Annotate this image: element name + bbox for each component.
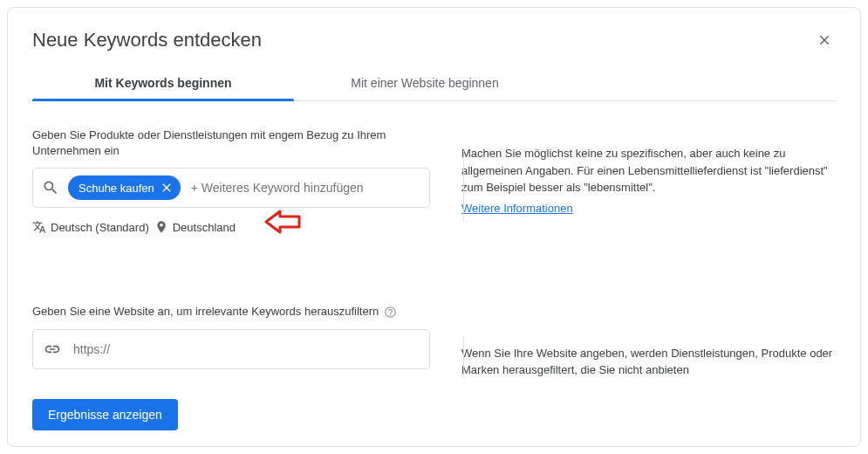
vertical-divider	[463, 336, 464, 378]
tip2-text: Wenn Sie Ihre Website angeben, werden Di…	[461, 345, 836, 379]
tab-keywords[interactable]: Mit Keywords beginnen	[32, 67, 294, 100]
location-icon	[154, 220, 168, 234]
link-icon	[44, 340, 61, 358]
header-row: Neue Keywords entdecken	[32, 29, 836, 67]
language-selector[interactable]: Deutsch (Standard)	[32, 220, 149, 234]
keyword-chip[interactable]: Schuhe kaufen	[68, 175, 181, 200]
vertical-divider	[463, 150, 464, 222]
keywords-input-box[interactable]: Schuhe kaufen	[32, 168, 430, 208]
close-icon	[817, 32, 832, 48]
tabs: Mit Keywords beginnen Mit einer Website …	[32, 67, 836, 101]
tab-website[interactable]: Mit einer Website beginnen	[294, 67, 556, 100]
tip-block-2: Wenn Sie Ihre Website angeben, werden Di…	[461, 345, 836, 379]
main-layout: Geben Sie Produkte oder Dienstleistungen…	[32, 127, 836, 379]
left-column: Geben Sie Produkte oder Dienstleistungen…	[32, 127, 430, 379]
translate-icon	[32, 220, 46, 234]
location-value: Deutschland	[173, 221, 236, 234]
close-button[interactable]	[813, 29, 836, 54]
dialog-card: Neue Keywords entdecken Mit Keywords beg…	[7, 7, 861, 447]
locale-row: Deutsch (Standard) Deutschland	[32, 220, 430, 234]
chip-remove-icon[interactable]	[160, 181, 174, 195]
language-value: Deutsch (Standard)	[51, 221, 149, 234]
website-input-box[interactable]	[32, 329, 430, 369]
page-title: Neue Keywords entdecken	[32, 29, 262, 52]
more-info-link[interactable]: Weitere Informationen	[461, 202, 573, 215]
website-label-row: Geben Sie eine Website an, um irrelevant…	[32, 304, 430, 320]
help-icon[interactable]	[384, 306, 397, 319]
tip1-text: Machen Sie möglichst keine zu spezifisch…	[461, 145, 836, 196]
right-column: Machen Sie möglichst keine zu spezifisch…	[461, 127, 836, 379]
submit-button[interactable]: Ergebnisse anzeigen	[32, 399, 178, 430]
keywords-label: Geben Sie Produkte oder Dienstleistungen…	[32, 127, 430, 159]
website-filter-section: Geben Sie eine Website an, um irrelevant…	[32, 304, 430, 368]
add-keyword-input[interactable]	[189, 180, 420, 196]
website-url-input[interactable]	[72, 341, 419, 357]
location-selector[interactable]: Deutschland	[154, 220, 236, 234]
chip-label: Schuhe kaufen	[79, 182, 154, 195]
search-icon	[42, 179, 59, 196]
website-label: Geben Sie eine Website an, um irrelevant…	[32, 304, 379, 320]
tip-block-1: Machen Sie möglichst keine zu spezifisch…	[461, 145, 836, 216]
annotation-arrow	[264, 209, 303, 235]
